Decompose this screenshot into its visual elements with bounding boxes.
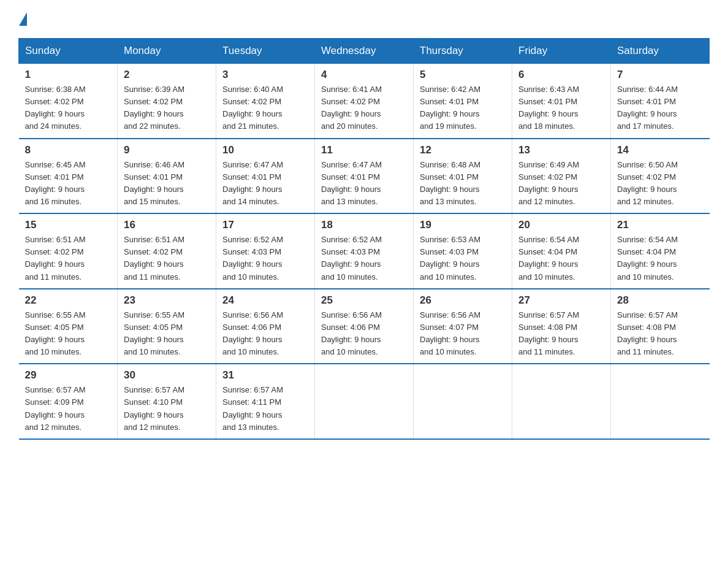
calendar-day-cell: 22 Sunrise: 6:55 AMSunset: 4:05 PMDaylig… [19,289,118,364]
calendar-day-cell: 12 Sunrise: 6:48 AMSunset: 4:01 PMDaylig… [414,139,512,214]
day-number: 19 [420,219,506,231]
day-info: Sunrise: 6:51 AMSunset: 4:02 PMDaylight:… [124,235,184,281]
day-info: Sunrise: 6:47 AMSunset: 4:01 PMDaylight:… [321,160,382,206]
day-info: Sunrise: 6:46 AMSunset: 4:01 PMDaylight:… [124,160,184,206]
day-number: 30 [124,369,210,381]
calendar-table: SundayMondayTuesdayWednesdayThursdayFrid… [18,38,710,440]
day-number: 2 [124,69,210,81]
day-number: 5 [420,69,506,81]
calendar-day-cell [414,364,512,439]
calendar-day-cell: 10 Sunrise: 6:47 AMSunset: 4:01 PMDaylig… [216,139,315,214]
day-number: 20 [518,219,604,231]
day-number: 25 [321,294,407,307]
day-info: Sunrise: 6:52 AMSunset: 4:03 PMDaylight:… [321,235,382,281]
calendar-day-cell: 13 Sunrise: 6:49 AMSunset: 4:02 PMDaylig… [512,139,611,214]
day-number: 3 [222,69,308,81]
day-info: Sunrise: 6:48 AMSunset: 4:01 PMDaylight:… [420,160,480,206]
day-info: Sunrise: 6:57 AMSunset: 4:09 PMDaylight:… [25,385,86,431]
day-number: 15 [25,219,112,231]
day-number: 1 [25,69,112,81]
header-tuesday: Tuesday [216,39,315,64]
calendar-day-cell: 25 Sunrise: 6:56 AMSunset: 4:06 PMDaylig… [315,289,414,364]
day-number: 27 [518,294,604,307]
calendar-day-cell: 17 Sunrise: 6:52 AMSunset: 4:03 PMDaylig… [216,213,315,289]
week-row-3: 15 Sunrise: 6:51 AMSunset: 4:02 PMDaylig… [19,213,710,289]
calendar-day-cell: 1 Sunrise: 6:38 AMSunset: 4:02 PMDayligh… [19,64,118,139]
day-number: 6 [518,69,604,81]
header-friday: Friday [512,39,611,64]
day-info: Sunrise: 6:47 AMSunset: 4:01 PMDaylight:… [222,160,283,206]
day-number: 28 [617,294,703,307]
calendar-day-cell: 5 Sunrise: 6:42 AMSunset: 4:01 PMDayligh… [414,64,512,139]
day-info: Sunrise: 6:54 AMSunset: 4:04 PMDaylight:… [617,235,678,281]
calendar-day-cell: 2 Sunrise: 6:39 AMSunset: 4:02 PMDayligh… [118,64,216,139]
calendar-day-cell: 11 Sunrise: 6:47 AMSunset: 4:01 PMDaylig… [315,139,414,214]
day-number: 10 [222,144,308,156]
day-info: Sunrise: 6:52 AMSunset: 4:03 PMDaylight:… [222,235,283,281]
calendar-day-cell [512,364,611,439]
day-info: Sunrise: 6:57 AMSunset: 4:08 PMDaylight:… [518,310,579,356]
header-sunday: Sunday [19,39,118,64]
day-number: 7 [617,69,703,81]
day-info: Sunrise: 6:56 AMSunset: 4:06 PMDaylight:… [321,310,382,356]
day-number: 18 [321,219,407,231]
calendar-day-cell: 28 Sunrise: 6:57 AMSunset: 4:08 PMDaylig… [611,289,710,364]
calendar-day-cell: 30 Sunrise: 6:57 AMSunset: 4:10 PMDaylig… [118,364,216,439]
calendar-day-cell: 20 Sunrise: 6:54 AMSunset: 4:04 PMDaylig… [512,213,611,289]
week-row-1: 1 Sunrise: 6:38 AMSunset: 4:02 PMDayligh… [19,64,710,139]
day-info: Sunrise: 6:42 AMSunset: 4:01 PMDaylight:… [420,85,480,131]
day-number: 29 [25,369,112,381]
day-info: Sunrise: 6:57 AMSunset: 4:10 PMDaylight:… [124,385,184,431]
day-info: Sunrise: 6:57 AMSunset: 4:11 PMDaylight:… [222,385,283,431]
day-number: 22 [25,294,112,307]
header-monday: Monday [118,39,216,64]
day-info: Sunrise: 6:50 AMSunset: 4:02 PMDaylight:… [617,160,678,206]
day-number: 31 [222,369,308,381]
day-number: 12 [420,144,506,156]
day-info: Sunrise: 6:49 AMSunset: 4:02 PMDaylight:… [518,160,579,206]
header-thursday: Thursday [414,39,512,64]
day-info: Sunrise: 6:38 AMSunset: 4:02 PMDaylight:… [25,85,86,131]
day-number: 17 [222,219,308,231]
day-info: Sunrise: 6:45 AMSunset: 4:01 PMDaylight:… [25,160,86,206]
calendar-day-cell: 18 Sunrise: 6:52 AMSunset: 4:03 PMDaylig… [315,213,414,289]
calendar-day-cell: 3 Sunrise: 6:40 AMSunset: 4:02 PMDayligh… [216,64,315,139]
calendar-day-cell: 19 Sunrise: 6:53 AMSunset: 4:03 PMDaylig… [414,213,512,289]
day-info: Sunrise: 6:55 AMSunset: 4:05 PMDaylight:… [25,310,86,356]
calendar-day-cell: 24 Sunrise: 6:56 AMSunset: 4:06 PMDaylig… [216,289,315,364]
day-info: Sunrise: 6:39 AMSunset: 4:02 PMDaylight:… [124,85,184,131]
day-info: Sunrise: 6:57 AMSunset: 4:08 PMDaylight:… [617,310,678,356]
calendar-day-cell: 7 Sunrise: 6:44 AMSunset: 4:01 PMDayligh… [611,64,710,139]
calendar-day-cell: 21 Sunrise: 6:54 AMSunset: 4:04 PMDaylig… [611,213,710,289]
day-number: 23 [124,294,210,307]
week-row-5: 29 Sunrise: 6:57 AMSunset: 4:09 PMDaylig… [19,364,710,439]
day-info: Sunrise: 6:56 AMSunset: 4:07 PMDaylight:… [420,310,480,356]
calendar-day-cell: 23 Sunrise: 6:55 AMSunset: 4:05 PMDaylig… [118,289,216,364]
day-number: 26 [420,294,506,307]
day-number: 4 [321,69,407,81]
day-info: Sunrise: 6:44 AMSunset: 4:01 PMDaylight:… [617,85,678,131]
day-info: Sunrise: 6:56 AMSunset: 4:06 PMDaylight:… [222,310,283,356]
calendar-day-cell: 27 Sunrise: 6:57 AMSunset: 4:08 PMDaylig… [512,289,611,364]
day-info: Sunrise: 6:40 AMSunset: 4:02 PMDaylight:… [222,85,283,131]
calendar-day-cell: 6 Sunrise: 6:43 AMSunset: 4:01 PMDayligh… [512,64,611,139]
calendar-day-cell: 8 Sunrise: 6:45 AMSunset: 4:01 PMDayligh… [19,139,118,214]
week-row-2: 8 Sunrise: 6:45 AMSunset: 4:01 PMDayligh… [19,139,710,214]
day-number: 8 [25,144,112,156]
calendar-day-cell [611,364,710,439]
logo-triangle-icon [19,12,27,26]
calendar-day-cell [315,364,414,439]
calendar-day-cell: 14 Sunrise: 6:50 AMSunset: 4:02 PMDaylig… [611,139,710,214]
calendar-day-cell: 26 Sunrise: 6:56 AMSunset: 4:07 PMDaylig… [414,289,512,364]
day-number: 16 [124,219,210,231]
day-info: Sunrise: 6:51 AMSunset: 4:02 PMDaylight:… [25,235,86,281]
weekday-header-row: SundayMondayTuesdayWednesdayThursdayFrid… [19,39,710,64]
day-info: Sunrise: 6:43 AMSunset: 4:01 PMDaylight:… [518,85,579,131]
week-row-4: 22 Sunrise: 6:55 AMSunset: 4:05 PMDaylig… [19,289,710,364]
day-number: 14 [617,144,703,156]
calendar-day-cell: 4 Sunrise: 6:41 AMSunset: 4:02 PMDayligh… [315,64,414,139]
calendar-day-cell: 16 Sunrise: 6:51 AMSunset: 4:02 PMDaylig… [118,213,216,289]
day-number: 21 [617,219,703,231]
day-info: Sunrise: 6:53 AMSunset: 4:03 PMDaylight:… [420,235,480,281]
day-info: Sunrise: 6:41 AMSunset: 4:02 PMDaylight:… [321,85,382,131]
